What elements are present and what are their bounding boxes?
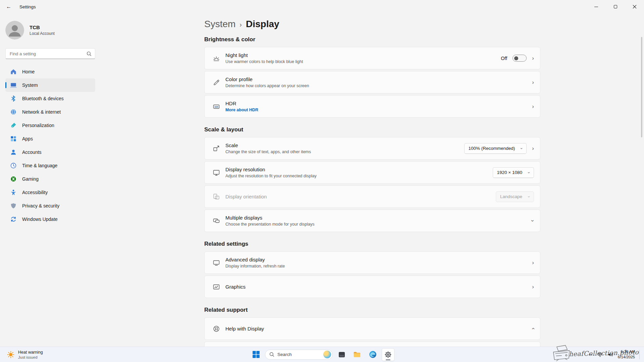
- section-brightness-color: Brightness & color: [204, 36, 540, 43]
- maximize-button[interactable]: [606, 0, 625, 13]
- settings-search: [5, 48, 95, 59]
- printer-sketch-icon: [549, 344, 573, 362]
- taskbar: Heat warning Just issued Search: [0, 347, 644, 362]
- weather-alert-widget[interactable]: Heat warning Just issued: [4, 347, 46, 362]
- sidebar-item-accounts[interactable]: Accounts: [5, 145, 95, 159]
- taskbar-search[interactable]: Search: [265, 350, 333, 360]
- setting-title: Advanced display: [225, 257, 285, 262]
- window-controls: [587, 0, 644, 13]
- display-resolution-row[interactable]: Display resolution Adjust the resolution…: [204, 161, 540, 184]
- paintbrush-icon: [10, 122, 17, 129]
- settings-app-button[interactable]: [382, 348, 394, 361]
- minimize-button[interactable]: [587, 0, 606, 13]
- sidebar-item-privacy-security[interactable]: Privacy & security: [5, 199, 95, 213]
- more-about-hdr-link[interactable]: More about HDR: [225, 108, 258, 112]
- sidebar-item-label: Windows Update: [22, 217, 58, 222]
- app-window-button[interactable]: [335, 348, 348, 361]
- night-light-row[interactable]: Night light Use warmer colors to help bl…: [204, 47, 540, 69]
- sidebar-item-windows-update[interactable]: Windows Update: [5, 213, 95, 226]
- taskbar-search-label: Search: [277, 352, 320, 357]
- multiple-displays-icon: [213, 217, 220, 225]
- resolution-dropdown[interactable]: 644 × 362 ›: [493, 167, 534, 178]
- sidebar-item-system[interactable]: System: [5, 78, 95, 92]
- apps-grid-icon: [10, 135, 17, 142]
- advanced-display-row[interactable]: Advanced display Display information, re…: [204, 251, 540, 274]
- update-icon: [10, 216, 17, 223]
- sidebar-item-personalization[interactable]: Personalization: [5, 119, 95, 132]
- clock-time: 5:30 AM: [618, 349, 635, 355]
- scale-dropdown[interactable]: 100% (Recommended) ›: [464, 143, 527, 154]
- graphics-icon: [213, 283, 220, 291]
- person-icon: [5, 21, 24, 40]
- hdr-row[interactable]: HDR HDR More about HDR ›: [204, 95, 540, 118]
- start-button[interactable]: [250, 348, 262, 361]
- chevron-right-icon: ›: [239, 20, 242, 28]
- chevron-right-icon: ›: [532, 79, 534, 85]
- orientation-value: Landscape: [500, 194, 522, 199]
- volume-icon[interactable]: [607, 352, 613, 358]
- resolution-icon: [213, 169, 220, 176]
- sidebar-item-label: Time & language: [22, 163, 57, 168]
- setting-title: Multiple displays: [225, 215, 314, 221]
- setting-subtitle: Use warmer colors to help block blue lig…: [225, 59, 303, 64]
- sidebar-item-bluetooth-devices[interactable]: Bluetooth & devices: [5, 92, 95, 105]
- sidebar-item-network-internet[interactable]: Network & internet: [5, 105, 95, 119]
- windows-logo-icon: [252, 350, 260, 359]
- setting-subtitle: Choose the presentation mode for your di…: [225, 222, 314, 227]
- show-desktop-button[interactable]: [639, 350, 641, 359]
- chevron-down-icon: ›: [527, 196, 531, 197]
- sidebar-nav: Home System Bluetooth & devices Network …: [5, 65, 95, 226]
- edge-browser-button[interactable]: [366, 348, 379, 361]
- taskbar-clock[interactable]: 5:30 AM 6/14/2025: [618, 349, 635, 360]
- sidebar-item-apps[interactable]: Apps: [5, 132, 95, 145]
- setting-subtitle: Adjust the resolution to fit your connec…: [225, 174, 317, 178]
- sidebar-item-label: Personalization: [22, 123, 54, 128]
- resolution-value: 644 × 362: [497, 170, 522, 175]
- scale-icon: [213, 145, 220, 152]
- page-title: Display: [246, 19, 279, 29]
- breadcrumb-system[interactable]: System: [204, 19, 235, 29]
- alert-title: Heat warning: [18, 350, 43, 355]
- night-light-toggle[interactable]: [513, 55, 527, 62]
- folder-icon: [353, 350, 362, 359]
- color-profile-row[interactable]: Color profile Determine how colors appea…: [204, 71, 540, 94]
- sidebar-item-time-language[interactable]: Time & language: [5, 159, 95, 172]
- sidebar: TCB Local Account Home System Bluetooth …: [0, 13, 101, 347]
- sidebar-item-gaming[interactable]: Gaming: [5, 172, 95, 186]
- svg-text:HDR: HDR: [214, 106, 218, 108]
- setting-title: Help with Display: [225, 326, 264, 331]
- accounts-person-icon: [10, 149, 17, 156]
- sidebar-item-label: System: [22, 82, 38, 88]
- user-account-block: TCB Local Account: [5, 21, 95, 40]
- avatar: [5, 21, 24, 40]
- accessibility-icon: [10, 189, 17, 196]
- sidebar-item-home[interactable]: Home: [5, 65, 95, 78]
- system-icon: [10, 82, 17, 88]
- sidebar-item-label: Apps: [22, 136, 33, 141]
- chevron-right-icon: ›: [532, 145, 534, 151]
- edge-icon: [369, 350, 377, 359]
- hidden-icons-chevron[interactable]: [588, 352, 593, 357]
- xbox-icon: [10, 176, 17, 182]
- back-button[interactable]: ←: [3, 2, 15, 12]
- multiple-displays-row[interactable]: Multiple displays Choose the presentatio…: [204, 209, 540, 232]
- help-expanded-content: [204, 342, 540, 347]
- hdr-icon: HDR: [213, 103, 220, 110]
- help-with-display-row[interactable]: Help with Display ›: [204, 317, 540, 340]
- graphics-row[interactable]: Graphics ›: [204, 276, 540, 298]
- network-icon[interactable]: [597, 352, 603, 358]
- scale-row[interactable]: Scale Change the size of text, apps, and…: [204, 137, 540, 160]
- advanced-display-icon: [213, 259, 220, 266]
- close-button[interactable]: [625, 0, 644, 13]
- scrollbar[interactable]: [641, 37, 642, 137]
- sidebar-item-accessibility[interactable]: Accessibility: [5, 186, 95, 199]
- setting-title: Night light: [225, 52, 303, 58]
- setting-subtitle: Display information, refresh rate: [225, 264, 285, 268]
- file-explorer-button[interactable]: [351, 348, 364, 361]
- help-icon: [213, 325, 220, 333]
- search-input[interactable]: [9, 51, 87, 57]
- night-light-icon: [213, 55, 220, 62]
- user-name: TCB: [30, 24, 55, 30]
- window-title: Settings: [19, 4, 36, 9]
- chevron-down-icon: ›: [520, 148, 524, 149]
